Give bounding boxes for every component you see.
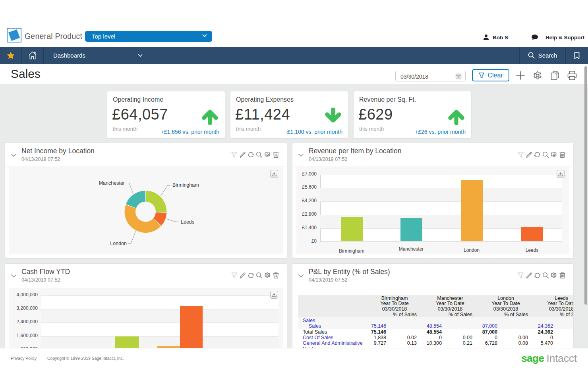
table-cell[interactable]: 48,554	[422, 323, 447, 329]
row-label[interactable]: General And Administrative	[298, 340, 367, 346]
filter-icon[interactable]	[517, 151, 524, 158]
widget-net-income-by-location: Net Income by Location04/13/2019 07:52Bi…	[5, 143, 287, 259]
top-header: General Product Top level Bob S Help & S…	[0, 0, 588, 47]
user-menu[interactable]: Bob S	[483, 33, 508, 41]
trash-icon[interactable]	[273, 151, 279, 158]
date-filter-input[interactable]: 03/30/2018	[395, 71, 466, 81]
y-axis-label: 2,400,000	[17, 319, 38, 324]
filter-icon[interactable]	[517, 272, 524, 279]
filter-icon[interactable]	[231, 151, 238, 158]
trash-icon[interactable]	[559, 272, 566, 279]
widget-settings-gear-icon[interactable]	[264, 272, 271, 279]
clear-filter-label: Clear	[487, 72, 503, 79]
widget-toolbar	[517, 151, 566, 158]
widget-header: Net Income by Location04/13/2019 07:52	[5, 143, 287, 166]
widget-toolbar	[231, 151, 279, 158]
edit-pencil-icon[interactable]	[526, 272, 532, 279]
zoom-icon[interactable]	[542, 151, 549, 158]
duplicate-dashboard-button[interactable]	[550, 70, 560, 81]
collapse-chevron-icon[interactable]	[11, 153, 17, 157]
refresh-icon[interactable]	[248, 151, 254, 158]
clear-filter-button[interactable]: Clear	[472, 69, 509, 81]
collapse-chevron-icon[interactable]	[298, 274, 304, 278]
bookmarks-nav-button[interactable]	[566, 47, 588, 64]
cash-flow-ytd-bar-bar-0[interactable]	[115, 336, 139, 348]
collapse-chevron-icon[interactable]	[298, 153, 304, 157]
refresh-icon[interactable]	[534, 272, 541, 279]
zoom-icon[interactable]	[256, 272, 263, 279]
table-cell: 10,300	[422, 340, 447, 346]
revenue-by-location-bar-bar-birmingham[interactable]	[341, 217, 363, 241]
bookmark-icon	[574, 52, 580, 59]
widget-body: BirminghamLeedsLondonManchester	[9, 167, 283, 254]
kpi-label: Operating Income	[113, 96, 163, 103]
download-icon	[558, 172, 563, 177]
entity-selector-value: Top level	[92, 33, 115, 40]
chevron-down-icon	[138, 54, 143, 57]
row-label[interactable]: Cost Of Sales	[298, 335, 367, 340]
favorites-nav-button[interactable]	[0, 47, 22, 64]
page-title: Sales	[11, 67, 41, 81]
widget-title: Cash Flow YTD	[21, 268, 70, 276]
filter-icon[interactable]	[231, 272, 238, 279]
privacy-policy-link[interactable]: Privacy Policy	[11, 356, 37, 361]
table-cell[interactable]: 24,362	[534, 323, 559, 329]
download-chart-button[interactable]	[557, 170, 565, 178]
cash-flow-ytd-bar-bar-2[interactable]	[180, 306, 203, 348]
edit-pencil-icon[interactable]	[239, 151, 246, 158]
refresh-icon[interactable]	[534, 151, 541, 158]
widget-settings-gear-icon[interactable]	[551, 151, 557, 158]
copyright-text: Copyright © 1999-2019 Sage Intacct, Inc.	[47, 356, 124, 361]
search-nav-button[interactable]: Search	[520, 47, 566, 64]
trash-icon[interactable]	[273, 272, 279, 279]
collapse-chevron-icon[interactable]	[11, 274, 17, 278]
table-subheader-spacer-cell	[478, 312, 503, 317]
table-cell: 0.00	[447, 335, 478, 340]
table-cell: 0.00	[503, 335, 534, 340]
table-subheader-spacer-cell	[534, 312, 559, 317]
pct-of-sales-header: % of Sales	[559, 312, 574, 317]
revenue-by-location-bar-bar-london[interactable]	[461, 180, 483, 241]
widget-settings-gear-icon[interactable]	[264, 151, 271, 158]
table-cell[interactable]: 75,146	[367, 323, 392, 329]
help-support-menu[interactable]: Help & Support	[531, 33, 584, 41]
table-cell	[559, 329, 574, 335]
donut-callout-line	[166, 219, 179, 222]
chart-band	[41, 309, 279, 322]
table-cell: 0	[478, 335, 503, 340]
edit-pencil-icon[interactable]	[526, 151, 532, 158]
revenue-by-location-bar-bar-manchester[interactable]	[400, 218, 422, 241]
dashboard-settings-button[interactable]	[532, 70, 543, 81]
table-cell: 9,727	[367, 340, 392, 346]
table-subheader-row: % of Sales% of Sales% of Sales% of Sales	[298, 312, 574, 317]
widget-settings-gear-icon[interactable]	[551, 272, 557, 279]
download-chart-button[interactable]	[270, 291, 278, 299]
table-cell: 24,362	[534, 329, 559, 335]
home-icon	[28, 51, 37, 60]
home-nav-button[interactable]	[22, 47, 44, 64]
entity-column-header: ManchesterYear To Date03/30/2018	[422, 295, 478, 312]
edit-pencil-icon[interactable]	[239, 272, 246, 279]
zoom-icon[interactable]	[256, 151, 263, 158]
revenue-by-location-bar-bar-leeds[interactable]	[521, 227, 543, 241]
table-cell	[447, 329, 478, 335]
row-label[interactable]: Sales	[298, 323, 367, 329]
refresh-icon[interactable]	[248, 272, 254, 279]
grid-line	[41, 322, 279, 323]
zoom-icon[interactable]	[542, 272, 549, 279]
table-cell[interactable]: 87,000	[478, 323, 503, 329]
add-component-button[interactable]	[515, 70, 526, 81]
donut-segment-birmingham[interactable]	[146, 191, 167, 212]
donut-segment-manchester[interactable]	[126, 191, 145, 208]
vertical-scrollbar-thumb[interactable]	[584, 66, 587, 305]
table-subheader-empty-cell	[298, 312, 367, 317]
entity-selector-dropdown[interactable]: Top level	[85, 31, 212, 42]
table-cell: 0.13	[392, 340, 422, 346]
trash-icon[interactable]	[559, 151, 566, 158]
calendar-icon	[455, 73, 462, 79]
print-button[interactable]	[567, 70, 577, 81]
dashboards-nav-dropdown[interactable]: Dashboards	[44, 47, 153, 64]
row-label[interactable]: Sales	[298, 317, 367, 323]
page-footer: Privacy Policy Copyright © 1999-2019 Sag…	[0, 348, 588, 392]
table-cell: 87,000	[478, 329, 503, 335]
